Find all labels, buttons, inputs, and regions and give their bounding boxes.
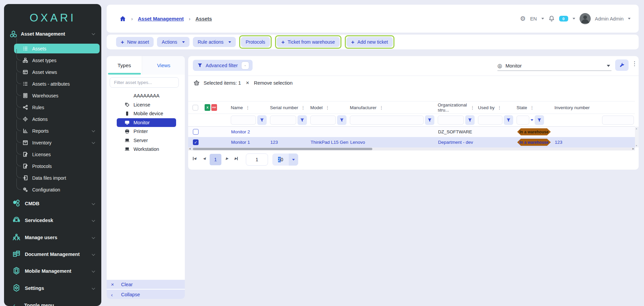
filter-input-state[interactable] (517, 116, 529, 125)
avatar[interactable] (580, 13, 591, 24)
chevron-down-icon[interactable] (628, 18, 631, 19)
sidebar-item-document-management[interactable]: Document Management (4, 250, 101, 260)
language-selector[interactable]: EN (530, 16, 537, 21)
new-asset-button[interactable]: + New asset (116, 37, 154, 47)
row-checkbox[interactable] (193, 129, 199, 135)
filter-input-name[interactable] (231, 116, 256, 125)
page-size-dropdown[interactable] (289, 154, 298, 166)
toggle-menu-button[interactable]: ‹ Toggle menu (4, 301, 101, 306)
sidebar-item-cmdb[interactable]: CMDB (4, 199, 101, 209)
page-number-input[interactable]: 1 (246, 154, 268, 166)
tab-types[interactable]: Types (107, 56, 142, 75)
column-menu-icon[interactable]: ⋮ (246, 105, 250, 110)
funnel-icon[interactable] (465, 115, 475, 125)
gear-icon[interactable]: ⚙ (520, 15, 526, 23)
export-excel-icon[interactable]: X (205, 104, 210, 111)
sidebar-item-configuration[interactable]: Configuration (4, 184, 101, 195)
clear-button[interactable]: × Clear (107, 280, 185, 289)
cell-name[interactable]: Monitor 2 (229, 127, 268, 137)
scroll-down-arrow[interactable]: ▼ (635, 144, 638, 147)
plus-icon: + (281, 39, 285, 45)
cell-model (309, 127, 348, 137)
breadcrumb-separator: › (131, 16, 133, 21)
filter-input-org-structure[interactable] (438, 116, 464, 125)
asset-type-item-server[interactable]: Server (107, 136, 185, 145)
scroll-right-arrow[interactable]: ▶ (633, 147, 634, 150)
column-menu-icon[interactable]: ⋮ (379, 105, 384, 110)
filter-input-model[interactable] (310, 116, 336, 125)
user-name[interactable]: Admin Admin (595, 16, 624, 21)
horizontal-scrollbar[interactable]: ◀ ▶ (188, 147, 635, 150)
breadcrumb-current-assets[interactable]: Assets (196, 16, 212, 21)
view-selector[interactable]: ◎ Monitor (497, 61, 611, 71)
page-size-select[interactable]: 20 (272, 154, 298, 166)
column-menu-icon[interactable]: ⋮ (530, 105, 534, 110)
chevron-down-icon[interactable] (531, 119, 533, 121)
column-menu-icon[interactable]: ⋮ (325, 105, 330, 110)
add-new-ticket-button[interactable]: + Add new ticket (346, 37, 393, 47)
funnel-icon[interactable] (298, 115, 307, 125)
funnel-icon[interactable] (337, 115, 346, 125)
configure-columns-button[interactable] (615, 59, 629, 71)
remove-selection-button[interactable]: Remove selection (254, 80, 292, 86)
ticket-from-warehouse-button[interactable]: + Ticket from warehouse (277, 37, 340, 47)
close-icon[interactable]: × (246, 80, 249, 86)
cell-name[interactable]: Monitor 1 (229, 137, 268, 147)
asset-type-item-workstation[interactable]: Workstation (107, 145, 185, 154)
chevron-down-icon[interactable] (573, 18, 575, 19)
advanced-filter-button[interactable]: Advanced filter - (193, 60, 253, 71)
funnel-icon[interactable] (425, 115, 434, 125)
bell-icon[interactable] (548, 15, 555, 22)
breadcrumb-link-asset-management[interactable]: Asset Management (138, 16, 184, 21)
scrollbar-thumb[interactable] (193, 148, 372, 150)
notification-count-badge[interactable]: 0 (559, 16, 568, 21)
row-checkbox[interactable]: ✓ (193, 139, 199, 145)
kebab-menu-icon[interactable]: ⋮ (632, 60, 637, 67)
asset-type-item-aaaaaaaa[interactable]: AAAAAAAA (107, 91, 185, 100)
next-page-button[interactable]: ▶ (226, 157, 228, 160)
export-pdf-icon[interactable]: PDF (211, 104, 217, 111)
previous-page-button[interactable]: ◀ (203, 157, 206, 160)
column-menu-icon[interactable]: ⋮ (470, 105, 475, 110)
vertical-scrollbar[interactable]: ▲ ▼ (635, 127, 639, 147)
last-page-button[interactable]: ▶ (234, 157, 238, 160)
sidebar-item-settings[interactable]: Settings (4, 283, 101, 294)
current-page-button[interactable]: 1 (210, 154, 221, 165)
select-all-checkbox[interactable] (193, 105, 198, 111)
tab-views[interactable]: Views (143, 56, 185, 75)
home-icon[interactable] (119, 15, 126, 22)
column-menu-icon[interactable]: ⋮ (497, 105, 502, 110)
funnel-icon[interactable] (257, 115, 267, 125)
first-page-button[interactable]: ◀ (193, 157, 196, 160)
collapse-button[interactable]: ‹ Collapse (107, 290, 185, 299)
filter-input-inventory-number[interactable] (602, 116, 634, 125)
sidebar-item-mobile-management[interactable]: Mobile Management (4, 266, 101, 276)
scroll-up-arrow[interactable]: ▲ (635, 127, 638, 130)
column-header-model: Model (310, 105, 323, 110)
column-header-state: State (517, 105, 527, 110)
column-menu-icon[interactable]: ⋮ (301, 105, 305, 110)
actions-dropdown-button[interactable]: Actions (157, 37, 190, 47)
filter-count-badge: - (241, 61, 249, 70)
rule-actions-dropdown-button[interactable]: Rule actions (193, 37, 236, 47)
protocols-button[interactable]: Protocols (241, 37, 270, 47)
chevron-down-icon (92, 219, 95, 222)
asset-type-item-mobile-device[interactable]: Mobile device (107, 109, 185, 118)
table-row[interactable]: ✓ Monitor 1 123 ThinkPad L15 Gen 3 Lenov… (188, 137, 635, 147)
sidebar-item-servicedesk[interactable]: Servicedesk (4, 216, 101, 226)
scroll-left-arrow[interactable]: ◀ (189, 147, 191, 150)
funnel-icon[interactable] (504, 115, 513, 125)
cell-used-by (476, 137, 515, 147)
asset-type-item-printer[interactable]: Printer (107, 127, 185, 136)
filter-input-used-by[interactable] (478, 116, 502, 125)
table-row[interactable]: Monitor 2 DZ_SOFTWARE In a warehouse (188, 127, 635, 137)
documents-icon (13, 250, 20, 258)
asset-type-item-monitor[interactable]: Monitor (107, 118, 185, 127)
filter-input-serial[interactable] (270, 116, 296, 125)
sidebar-item-manage-users[interactable]: Manage users (4, 233, 101, 243)
funnel-icon[interactable] (535, 115, 544, 125)
filter-input-manufacturer[interactable] (350, 116, 424, 125)
filter-asset-types-input[interactable] (110, 77, 179, 88)
asset-type-item-license[interactable]: License (107, 100, 185, 110)
chevron-down-icon[interactable] (541, 18, 544, 19)
